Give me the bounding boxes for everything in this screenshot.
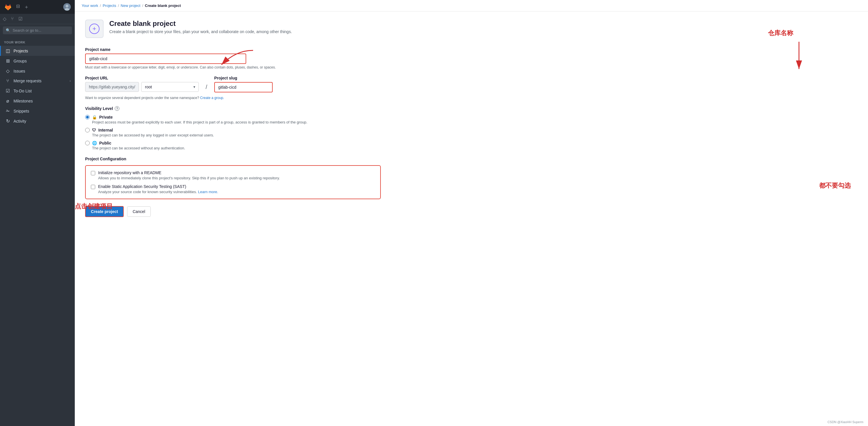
project-name-label: Project name [85, 47, 381, 52]
issues-icon: ◇ [5, 68, 11, 74]
visibility-help-icon[interactable]: ? [115, 106, 119, 111]
namespace-select[interactable]: root [141, 82, 199, 92]
search-placeholder: Search or go to... [13, 28, 41, 32]
create-project-button[interactable]: Create project [85, 206, 124, 217]
project-url-label: Project URL [85, 76, 199, 80]
merge-requests-label: Merge requests [13, 79, 41, 83]
url-prefix: https://gitlab.yueyang.city/ [85, 82, 139, 92]
internal-radio[interactable] [85, 128, 90, 133]
sast-title: Enable Static Application Security Testi… [98, 184, 186, 189]
sidebar-nav: ◫ Projects ⊞ Groups ◇ Issues ⑂ Merge req… [0, 46, 75, 126]
config-options-box: Initialize repository with a README Allo… [85, 165, 381, 199]
project-name-section: Project name Must start with a lowercase… [85, 47, 381, 69]
breadcrumb-your-work[interactable]: Your work [82, 3, 98, 8]
sidebar-item-groups[interactable]: ⊞ Groups [0, 56, 75, 66]
public-label: Public [99, 141, 111, 145]
config-section: Project Configuration Initialize reposit… [85, 157, 381, 199]
public-radio-label[interactable]: 🌐 Public [85, 141, 381, 145]
snippets-icon: ✁ [5, 108, 11, 114]
project-icon: + [85, 20, 103, 38]
readme-option: Initialize repository with a README Allo… [91, 170, 375, 180]
sidebar-item-activity[interactable]: ↻ Activity [0, 116, 75, 126]
your-work-label: Your work [0, 36, 75, 46]
page-description: Create a blank project to store your fil… [109, 29, 292, 34]
milestones-icon: ⌀ [5, 98, 11, 104]
private-radio[interactable] [85, 115, 90, 119]
internal-radio-label[interactable]: 🛡 Internal [85, 128, 381, 133]
search-bar[interactable]: 🔍 Search or go to... [3, 27, 72, 34]
visibility-private-option: 🔒 Private Project access must be granted… [85, 115, 381, 124]
user-avatar[interactable] [63, 3, 71, 11]
sast-checkbox[interactable] [91, 185, 95, 189]
public-desc: The project can be accessed without any … [92, 146, 381, 150]
visibility-section: Visibility Level ? 🔒 Private Project acc… [85, 106, 381, 150]
merge-requests-icon: ⑂ [5, 78, 11, 83]
merge-nav-icon[interactable]: ⑂ [11, 16, 14, 22]
annotation-no-check: 都不要勾选 [819, 181, 851, 190]
internal-label: Internal [98, 128, 113, 133]
projects-icon: ◫ [5, 48, 11, 54]
page-title: Create blank project [109, 20, 292, 28]
sidebar-item-milestones[interactable]: ⌀ Milestones [0, 96, 75, 106]
sidebar-item-issues[interactable]: ◇ Issues [0, 66, 75, 76]
breadcrumb-sep-1: / [100, 3, 101, 8]
readme-checkbox[interactable] [91, 171, 95, 175]
project-plus-icon: + [89, 24, 99, 34]
sast-label[interactable]: Enable Static Application Security Testi… [91, 184, 375, 189]
readme-label[interactable]: Initialize repository with a README [91, 170, 375, 175]
gitlab-logo[interactable] [4, 3, 12, 11]
todo-icon: ☑ [5, 88, 11, 93]
sidebar-item-todo[interactable]: ☑ To-Do List [0, 86, 75, 96]
project-name-input[interactable] [85, 54, 246, 64]
snippets-label: Snippets [13, 109, 29, 113]
page-content: + Create blank project Create a blank pr… [75, 11, 391, 225]
main-content: Your work / Projects / New project / Cre… [75, 0, 868, 426]
project-name-hint: Must start with a lowercase or uppercase… [85, 65, 381, 69]
milestones-label: Milestones [13, 99, 33, 103]
page-header: + Create blank project Create a blank pr… [85, 20, 381, 38]
page-title-area: Create blank project Create a blank proj… [109, 20, 292, 34]
private-label: Private [99, 115, 113, 119]
footer-text: CSDN @XiaoHH Superm [828, 420, 863, 424]
visibility-internal-option: 🛡 Internal The project can be accessed b… [85, 128, 381, 137]
sidebar-item-projects[interactable]: ◫ Projects [0, 46, 75, 56]
private-icon: 🔒 [92, 115, 97, 119]
todo-nav-icon[interactable]: ☑ [19, 16, 23, 22]
visibility-public-option: 🌐 Public The project can be accessed wit… [85, 141, 381, 150]
namespace-hint: Want to organize several dependent proje… [85, 96, 381, 100]
sast-desc: Analyze your source code for known secur… [98, 190, 375, 194]
groups-icon: ⊞ [5, 58, 11, 64]
sidebar-item-merge-requests[interactable]: ⑂ Merge requests › [0, 76, 75, 86]
namespace-select-wrapper: root [141, 82, 199, 92]
search-icon: 🔍 [6, 28, 10, 32]
visibility-title: Visibility Level ? [85, 106, 381, 111]
form-actions: Create project Cancel [85, 206, 381, 217]
cancel-button[interactable]: Cancel [127, 206, 151, 217]
readme-title: Initialize repository with a README [98, 170, 161, 175]
breadcrumb-new-project[interactable]: New project [121, 3, 141, 8]
activity-label: Activity [13, 119, 26, 123]
activity-icon: ↻ [5, 118, 11, 124]
private-radio-label[interactable]: 🔒 Private [85, 115, 381, 119]
breadcrumb-projects[interactable]: Projects [103, 3, 116, 8]
private-desc: Project access must be granted explicitl… [92, 120, 381, 124]
sast-learn-more[interactable]: Learn more. [198, 190, 218, 194]
breadcrumb-current: Create blank project [145, 3, 181, 8]
config-title: Project Configuration [85, 157, 381, 161]
groups-label: Groups [13, 59, 27, 63]
sidebar: ⊟ ＋ ◇ ⑂ ☑ 🔍 Search or go to... Your work… [0, 0, 75, 426]
svg-point-1 [66, 5, 68, 7]
issues-nav-icon[interactable]: ◇ [3, 16, 6, 22]
issues-label: Issues [13, 69, 25, 74]
sidebar-panel-icon[interactable]: ⊟ [16, 3, 20, 10]
project-url-section: Project URL https://gitlab.yueyang.city/… [85, 76, 381, 100]
create-group-link[interactable]: Create a group. [200, 96, 224, 100]
breadcrumb-sep-2: / [118, 3, 119, 8]
public-radio[interactable] [85, 141, 90, 145]
sidebar-add-icon[interactable]: ＋ [24, 3, 29, 10]
sidebar-item-snippets[interactable]: ✁ Snippets [0, 106, 75, 116]
project-slug-label: Project slug [214, 76, 381, 80]
project-slug-input[interactable] [214, 82, 273, 92]
url-slash: / [206, 76, 207, 90]
url-row: https://gitlab.yueyang.city/ root [85, 82, 199, 92]
